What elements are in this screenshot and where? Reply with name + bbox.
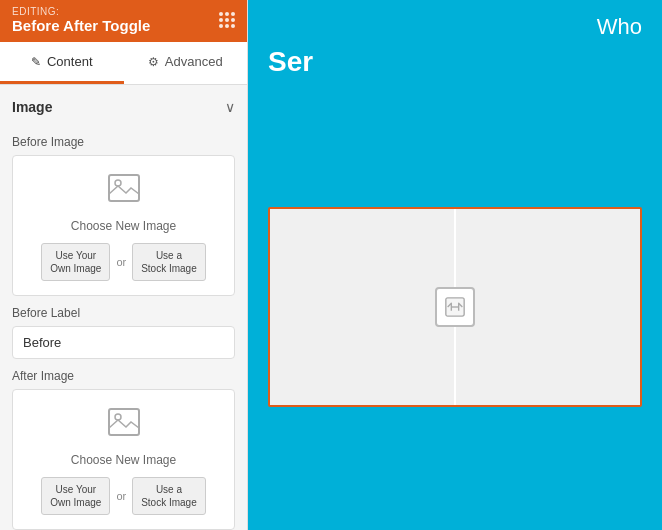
pencil-icon: ✎	[31, 55, 41, 69]
dots-grid	[219, 12, 235, 28]
before-image-actions: Use YourOwn Image or Use aStock Image	[25, 243, 222, 281]
widget-title: Before After Toggle	[12, 17, 150, 34]
grid-dots-icon[interactable]	[219, 12, 235, 28]
after-or-text: or	[116, 490, 126, 502]
image-placeholder-icon	[108, 174, 140, 209]
who-text: Who	[597, 14, 642, 40]
tab-advanced-label: Advanced	[165, 54, 223, 69]
ser-text: Ser	[248, 46, 662, 78]
before-after-widget[interactable]	[268, 207, 642, 407]
before-or-text: or	[116, 256, 126, 268]
canvas-area: Who Ser	[248, 0, 662, 530]
after-image-placeholder-icon	[108, 408, 140, 443]
panel-content: Image ∨ Before Image Choose New Image Us…	[0, 85, 247, 530]
tab-content[interactable]: ✎ Content	[0, 42, 124, 84]
svg-rect-0	[109, 175, 139, 201]
widget-after-half	[456, 209, 640, 405]
left-panel: EDITING: Before After Toggle ✎ Content ⚙…	[0, 0, 248, 530]
before-stock-button[interactable]: Use aStock Image	[132, 243, 206, 281]
sliders-icon: ⚙	[148, 55, 159, 69]
after-stock-button[interactable]: Use aStock Image	[132, 477, 206, 515]
after-image-upload-box: Choose New Image Use YourOwn Image or Us…	[12, 389, 235, 530]
header-title-group: EDITING: Before After Toggle	[12, 6, 150, 34]
svg-rect-2	[109, 409, 139, 435]
editing-label: EDITING:	[12, 6, 150, 17]
before-image-label: Before Image	[12, 135, 235, 149]
canvas-widget-area	[248, 94, 662, 530]
canvas-top-bar: Who	[248, 0, 662, 46]
widget-header: EDITING: Before After Toggle	[0, 0, 247, 42]
image-section-header[interactable]: Image ∨	[12, 85, 235, 125]
widget-drag-handle[interactable]	[435, 287, 475, 327]
after-image-actions: Use YourOwn Image or Use aStock Image	[25, 477, 222, 515]
before-label-input[interactable]	[12, 326, 235, 359]
tab-content-label: Content	[47, 54, 93, 69]
tabs-bar: ✎ Content ⚙ Advanced	[0, 42, 247, 85]
after-use-own-button[interactable]: Use YourOwn Image	[41, 477, 110, 515]
tab-advanced[interactable]: ⚙ Advanced	[124, 42, 248, 84]
before-label-field-label: Before Label	[12, 306, 235, 320]
widget-before-half	[270, 209, 454, 405]
after-choose-image-text: Choose New Image	[71, 453, 176, 467]
after-image-label: After Image	[12, 369, 235, 383]
image-section-title: Image	[12, 99, 52, 115]
chevron-down-icon: ∨	[225, 99, 235, 115]
before-use-own-button[interactable]: Use YourOwn Image	[41, 243, 110, 281]
before-image-upload-box: Choose New Image Use YourOwn Image or Us…	[12, 155, 235, 296]
before-choose-image-text: Choose New Image	[71, 219, 176, 233]
